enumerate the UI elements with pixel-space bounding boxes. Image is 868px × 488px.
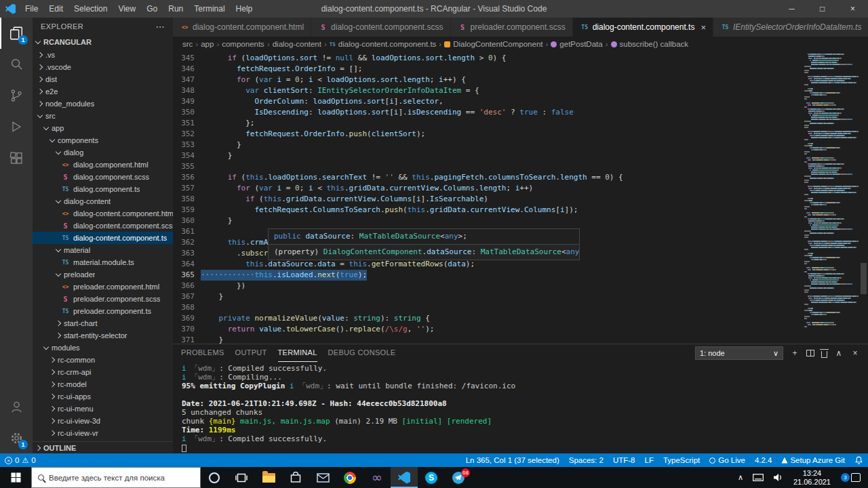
- editor[interactable]: 345 if (loadOptions.sort != null && load…: [173, 52, 868, 344]
- tree-folder-rc-ui-view-3d[interactable]: rc-ui-view-3d: [33, 415, 173, 427]
- code-line-357[interactable]: 357 for (var i = 0; i < this.gridData.cu…: [173, 183, 803, 194]
- tree-file-dialog-content.component.html[interactable]: <>dialog-content.component.html: [33, 207, 173, 220]
- tree-folder-e2e[interactable]: e2e: [33, 85, 173, 98]
- breadcrumb-item-DialogContentComponent[interactable]: DialogContentComponent: [444, 40, 542, 48]
- tree-file-dialog-content.component.scss[interactable]: Sdialog-content.component.scss: [33, 220, 173, 232]
- code-line-346[interactable]: 346 fetchRequest.OrderInfo = [];: [173, 64, 803, 75]
- tree-folder-app[interactable]: app: [33, 122, 173, 134]
- code-line-365[interactable]: 365············this.isLoaded.next(true);: [173, 270, 803, 281]
- tab-IEntitySelectorOrderInfoDataItem.ts[interactable]: TSIEntitySelectorOrderInfoDataItem.ts: [713, 18, 868, 37]
- tree-folder-rc-ui-apps[interactable]: rc-ui-apps: [33, 390, 173, 403]
- menu-selection[interactable]: Selection: [68, 0, 113, 18]
- account-button[interactable]: [0, 391, 33, 422]
- menu-view[interactable]: View: [113, 0, 141, 18]
- code-line-358[interactable]: 358 if (this.gridData.currentView.Column…: [173, 194, 803, 205]
- go-live-button[interactable]: Go Live: [705, 453, 750, 467]
- tree-file-preloader.component.scss[interactable]: Spreloader.component.scss: [33, 293, 173, 305]
- code-line-355[interactable]: 355: [173, 161, 803, 172]
- tree-folder-dialog[interactable]: dialog: [33, 146, 173, 159]
- cortana-icon[interactable]: [201, 467, 228, 488]
- notifications-bell[interactable]: [850, 453, 868, 467]
- tray-expand-icon[interactable]: ∧: [733, 467, 748, 488]
- menu-edit[interactable]: Edit: [43, 0, 68, 18]
- tree-folder-preloader[interactable]: preloader: [33, 268, 173, 281]
- code-line-348[interactable]: 348 var clientSort: IEntitySelectorOrder…: [173, 85, 803, 96]
- breadcrumb-item-dialog-content[interactable]: dialog-content: [273, 40, 321, 48]
- code-line-352[interactable]: 352 fetchRequest.OrderInfo.push(clientSo…: [173, 129, 803, 140]
- menu-run[interactable]: Run: [163, 0, 189, 18]
- tree-folder-src[interactable]: src: [33, 110, 173, 122]
- run-debug-activity-button[interactable]: [0, 111, 33, 142]
- eol-status[interactable]: LF: [639, 453, 658, 467]
- source-control-activity-button[interactable]: [0, 80, 33, 111]
- tree-folder-start-entity-selector[interactable]: start-entity-selector: [33, 329, 173, 342]
- close-icon[interactable]: ×: [701, 22, 706, 33]
- minimap[interactable]: [804, 54, 859, 344]
- close-panel-icon[interactable]: ×: [850, 348, 860, 358]
- code-line-360[interactable]: 360 }: [173, 216, 803, 226]
- tray-clock[interactable]: 13:24 21.06.2021: [788, 469, 836, 487]
- start-button[interactable]: [0, 467, 31, 488]
- mail-icon[interactable]: [309, 467, 336, 488]
- breadcrumb-item-dialog-content.component.ts[interactable]: TSdialog-content.component.ts: [330, 40, 437, 48]
- encoding-status[interactable]: UTF-8: [608, 453, 640, 467]
- settings-button[interactable]: 1: [0, 422, 33, 453]
- code-line-353[interactable]: 353 }: [173, 140, 803, 150]
- menu-terminal[interactable]: Terminal: [189, 0, 230, 18]
- store-icon[interactable]: [282, 467, 309, 488]
- tree-file-dialog.component.scss[interactable]: Sdialog.component.scss: [33, 171, 173, 183]
- breadcrumb-item-subscribe() callback[interactable]: subscribe() callback: [611, 40, 689, 48]
- close-button[interactable]: ×: [837, 0, 868, 18]
- skype-icon[interactable]: S: [418, 467, 445, 488]
- explorer-activity-button[interactable]: 1: [0, 18, 33, 49]
- panel-tab-output[interactable]: OUTPUT: [235, 344, 267, 362]
- menu-help[interactable]: Help: [231, 0, 258, 18]
- editor-scrollbar[interactable]: [859, 52, 868, 344]
- tree-folder-rc-model[interactable]: rc-model: [33, 378, 173, 390]
- tab-dialog-content.component.ts[interactable]: TSdialog-content.component.ts×: [573, 18, 713, 37]
- code-line-350[interactable]: 350 IsDescending: loadOptions.sort[i].is…: [173, 107, 803, 118]
- visual-studio-icon[interactable]: ∞: [363, 467, 391, 488]
- azure-git-button[interactable]: Setup Azure Git: [776, 453, 850, 467]
- volume-icon[interactable]: [768, 467, 788, 488]
- indentation-status[interactable]: Spaces: 2: [564, 453, 608, 467]
- code-line-359[interactable]: 359 fetchRequest.ColumnsToSearch.push(th…: [173, 205, 803, 216]
- code-line-349[interactable]: 349 OrderColumn: loadOptions.sort[i].sel…: [173, 96, 803, 107]
- chrome-icon[interactable]: [336, 467, 363, 488]
- tree-folder-rc-crm-api[interactable]: rc-crm-api: [33, 366, 173, 378]
- code-line-368[interactable]: 368: [173, 302, 803, 313]
- touch-keyboard-icon[interactable]: [748, 467, 768, 488]
- breadcrumb-item-components[interactable]: components: [222, 40, 264, 48]
- tree-folder-dialog-content[interactable]: dialog-content: [33, 195, 173, 207]
- tab-dialog-content.component.html[interactable]: <>dialog-content.component.html: [173, 18, 311, 37]
- tree-folder-material[interactable]: material: [33, 244, 173, 256]
- problems-status[interactable]: × 0 ⚠ 0: [0, 453, 41, 467]
- telegram-icon[interactable]: 68: [445, 467, 472, 488]
- tree-file-dialog.component.html[interactable]: <>dialog.component.html: [33, 159, 173, 171]
- tree-folder-node_modules[interactable]: node_modules: [33, 98, 173, 110]
- panel-tab-terminal[interactable]: TERMINAL: [278, 344, 317, 362]
- language-mode[interactable]: TypeScript: [658, 453, 705, 467]
- panel-tab-debug-console[interactable]: DEBUG CONSOLE: [328, 344, 396, 362]
- code-line-356[interactable]: 356 if (this.loadOptions.searchText != '…: [173, 172, 803, 183]
- minimize-button[interactable]: ─: [776, 0, 807, 18]
- tree-folder-rc-ui-menu[interactable]: rc-ui-menu: [33, 403, 173, 415]
- kill-terminal-icon[interactable]: [821, 351, 827, 358]
- version-status[interactable]: 4.2.4: [750, 453, 777, 467]
- extensions-activity-button[interactable]: [0, 142, 33, 174]
- code-line-354[interactable]: 354 }: [173, 150, 803, 161]
- tree-folder-start-chart[interactable]: start-chart: [33, 317, 173, 329]
- workspace-section-header[interactable]: RCANGULAR: [33, 35, 173, 49]
- tree-file-dialog.component.ts[interactable]: TSdialog.component.ts: [33, 183, 173, 195]
- code-line-371[interactable]: 371 }: [173, 335, 803, 344]
- tab-preloader.component.scss[interactable]: Spreloader.component.scss: [451, 18, 573, 37]
- code-line-364[interactable]: 364 this.dataSource.data = this.getForma…: [173, 259, 803, 270]
- explorer-more-actions-icon[interactable]: ⋯: [156, 22, 165, 32]
- maximize-panel-icon[interactable]: ∧: [834, 348, 844, 358]
- tree-folder-.vs[interactable]: .vs: [33, 49, 173, 61]
- outline-section-header[interactable]: OUTLINE: [33, 441, 173, 453]
- tree-file-material.module.ts[interactable]: TSmaterial.module.ts: [33, 256, 173, 268]
- new-terminal-icon[interactable]: +: [790, 348, 800, 358]
- code-line-367[interactable]: 367 }: [173, 291, 803, 302]
- code-line-366[interactable]: 366 }): [173, 281, 803, 291]
